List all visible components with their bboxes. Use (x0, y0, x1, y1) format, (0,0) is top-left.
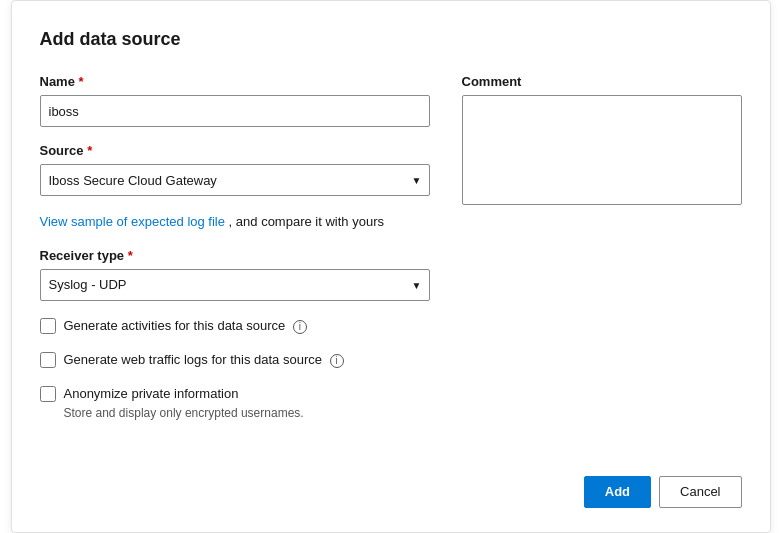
comment-label: Comment (462, 74, 742, 89)
generate-web-traffic-info-icon[interactable]: i (330, 354, 344, 368)
receiver-type-label: Receiver type * (40, 248, 430, 263)
cancel-button[interactable]: Cancel (659, 476, 741, 508)
checkbox1-label-group: Generate activities for this data source… (64, 317, 307, 335)
source-required-star: * (87, 143, 92, 158)
receiver-type-select-wrapper: Syslog - UDP Syslog - TCP FTP ▼ (40, 269, 430, 301)
form-left-column: Name * Source * Iboss Secure Cloud Gatew… (40, 74, 430, 435)
name-label: Name * (40, 74, 430, 89)
receiver-type-field-group: Receiver type * Syslog - UDP Syslog - TC… (40, 248, 430, 301)
add-data-source-dialog: Add data source Name * Source * Ib (11, 0, 771, 532)
form-right-column: Comment (462, 74, 742, 435)
dialog-footer: Add Cancel (40, 460, 742, 508)
generate-web-traffic-checkbox[interactable] (40, 352, 56, 368)
add-button[interactable]: Add (584, 476, 651, 508)
source-field-group: Source * Iboss Secure Cloud Gateway ▼ (40, 143, 430, 196)
name-required-star: * (79, 74, 84, 89)
name-input[interactable] (40, 95, 430, 127)
generate-activities-checkbox[interactable] (40, 318, 56, 334)
checkbox1-group: Generate activities for this data source… (40, 317, 430, 335)
checkbox2-group: Generate web traffic logs for this data … (40, 351, 430, 369)
generate-activities-info-icon[interactable]: i (293, 320, 307, 334)
checkbox2-label-group: Generate web traffic logs for this data … (64, 351, 344, 369)
source-select-wrapper: Iboss Secure Cloud Gateway ▼ (40, 164, 430, 196)
source-select[interactable]: Iboss Secure Cloud Gateway (40, 164, 430, 196)
receiver-type-select[interactable]: Syslog - UDP Syslog - TCP FTP (40, 269, 430, 301)
comment-field-group: Comment (462, 74, 742, 208)
anonymize-checkbox[interactable] (40, 386, 56, 402)
checkbox3-group: Anonymize private information Store and … (40, 385, 430, 419)
source-label: Source * (40, 143, 430, 158)
receiver-required-star: * (128, 248, 133, 263)
sample-link-container: View sample of expected log file , and c… (40, 212, 430, 232)
name-field-group: Name * (40, 74, 430, 127)
dialog-title: Add data source (40, 29, 742, 50)
comment-textarea[interactable] (462, 95, 742, 205)
checkbox3-label-group: Anonymize private information Store and … (64, 385, 304, 419)
sample-link[interactable]: View sample of expected log file (40, 214, 229, 229)
form-layout: Name * Source * Iboss Secure Cloud Gatew… (40, 74, 742, 435)
